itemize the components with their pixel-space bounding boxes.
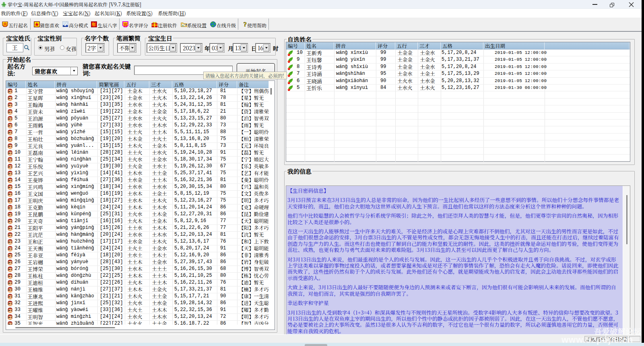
svg-text:吉: 吉 [3,21,7,27]
svg-text:官: 官 [124,21,128,27]
svg-text:?: ? [244,21,247,28]
svg-text:年: 年 [91,21,96,27]
